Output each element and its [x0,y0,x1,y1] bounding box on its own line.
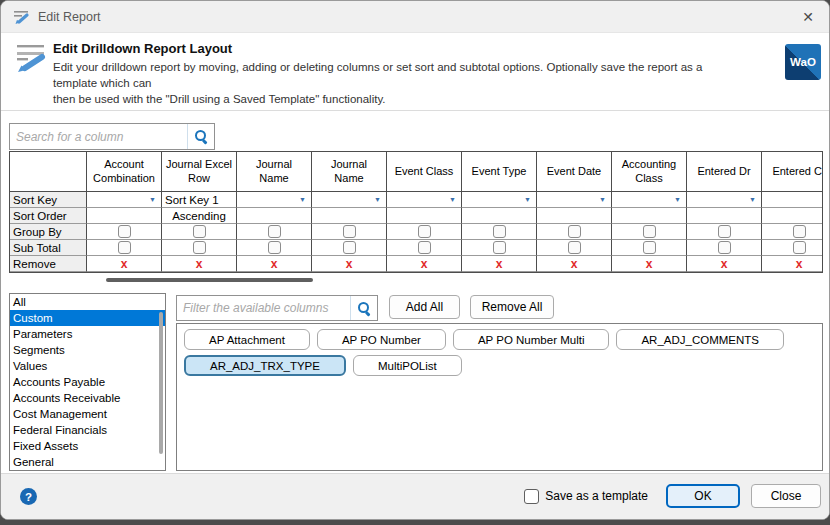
column-chip[interactable]: AR_ADJ_TRX_TYPE [184,355,346,376]
sub-total-checkbox[interactable] [193,241,206,254]
category-item[interactable]: Accounts Receivable [10,390,165,406]
sort-order-cell[interactable] [612,208,687,224]
listbox-scrollbar[interactable] [159,312,163,454]
column-chip[interactable]: AP PO Number [317,329,446,350]
category-item[interactable]: Segments [10,342,165,358]
remove-cell: x [762,256,823,272]
sort-key-dropdown[interactable]: ▼ [87,192,162,208]
remove-column-button[interactable]: x [721,258,728,270]
sort-order-cell[interactable] [687,208,762,224]
sort-key-dropdown[interactable]: ▼ [312,192,387,208]
remove-column-button[interactable]: x [796,258,803,270]
help-icon[interactable]: ? [20,488,37,505]
group-by-checkbox[interactable] [343,225,356,238]
edit-report-icon [13,9,30,25]
sort-key-value: Sort Key 1 [165,194,219,206]
sort-order-cell[interactable] [312,208,387,224]
group-by-checkbox[interactable] [568,225,581,238]
sub-total-checkbox[interactable] [493,241,506,254]
remove-column-button[interactable]: x [196,258,203,270]
remove-cell: x [162,256,237,272]
sort-key-dropdown[interactable]: Sort Key 1 [162,192,237,208]
edit-layout-icon [15,43,47,73]
category-item[interactable]: Federal Financials [10,422,165,438]
group-by-checkbox-cell [537,224,612,240]
remove-column-button[interactable]: x [346,258,353,270]
remove-column-button[interactable]: x [121,258,128,270]
search-icon [194,129,209,144]
sort-order-cell[interactable] [462,208,537,224]
ok-button[interactable]: OK [666,484,740,508]
group-by-checkbox[interactable] [793,225,806,238]
category-item[interactable]: Accounts Payable [10,374,165,390]
sort-order-cell[interactable] [387,208,462,224]
category-item[interactable]: Custom [10,310,165,326]
column-search-button[interactable] [187,124,214,149]
column-chip[interactable]: AP PO Number Multi [453,329,610,350]
group-by-checkbox[interactable] [418,225,431,238]
sub-total-checkbox[interactable] [118,241,131,254]
column-chip[interactable]: AR_ADJ_COMMENTS [616,329,784,350]
remove-column-button[interactable]: x [421,258,428,270]
category-item[interactable]: Fixed Assets [10,438,165,454]
sub-total-checkbox[interactable] [643,241,656,254]
close-button[interactable]: Close [751,484,821,508]
column-chip[interactable]: AP Attachment [184,329,310,350]
sub-total-checkbox[interactable] [568,241,581,254]
group-by-checkbox[interactable] [118,225,131,238]
group-by-checkbox[interactable] [268,225,281,238]
grid-row-label: Remove [10,256,87,272]
sub-total-checkbox-cell [462,240,537,256]
sort-key-dropdown[interactable]: ▼ [612,192,687,208]
column-chip[interactable]: MultiPOList [353,355,462,376]
sort-key-dropdown[interactable]: ▼ [387,192,462,208]
sort-key-dropdown[interactable] [762,192,823,208]
available-filter-button[interactable] [350,296,377,320]
category-item[interactable]: Values [10,358,165,374]
grid-horizontal-scrollbar[interactable] [106,278,313,282]
remove-column-button[interactable]: x [646,258,653,270]
edit-report-dialog: Edit Report ✕ Edit Drilldown Report Layo… [0,0,830,520]
column-search-input[interactable] [10,124,187,149]
category-item[interactable]: General [10,454,165,470]
remove-column-button[interactable]: x [496,258,503,270]
column-header: Entered Cr [762,152,823,192]
sort-order-cell[interactable] [537,208,612,224]
sub-total-checkbox[interactable] [343,241,356,254]
category-item[interactable]: Parameters [10,326,165,342]
sub-total-checkbox[interactable] [718,241,731,254]
chevron-down-icon: ▼ [524,196,531,203]
save-as-template-checkbox[interactable] [524,489,539,504]
sub-total-checkbox[interactable] [793,241,806,254]
chevron-down-icon: ▼ [149,196,156,203]
group-by-checkbox-cell [162,224,237,240]
close-icon[interactable]: ✕ [797,6,819,28]
sub-total-checkbox[interactable] [418,241,431,254]
footer-bar: ? Save as a template OK Close [1,473,829,519]
remove-column-button[interactable]: x [271,258,278,270]
remove-column-button[interactable]: x [571,258,578,270]
sort-key-dropdown[interactable]: ▼ [462,192,537,208]
group-by-checkbox-cell [87,224,162,240]
add-all-button[interactable]: Add All [389,295,460,319]
group-by-checkbox[interactable] [493,225,506,238]
group-by-checkbox-cell [612,224,687,240]
remove-cell: x [537,256,612,272]
sort-order-cell[interactable] [237,208,312,224]
remove-all-button[interactable]: Remove All [470,295,554,319]
sort-order-cell[interactable] [87,208,162,224]
category-item[interactable]: All [10,294,165,310]
group-by-checkbox[interactable] [643,225,656,238]
group-by-checkbox[interactable] [193,225,206,238]
available-filter-input[interactable] [177,296,350,320]
sort-key-dropdown[interactable]: ▼ [537,192,612,208]
sort-order-cell[interactable]: Ascending [162,208,237,224]
column-header: Journal Name [312,152,387,192]
sort-key-dropdown[interactable]: ▼ [237,192,312,208]
sort-order-cell[interactable] [762,208,823,224]
sort-key-dropdown[interactable]: ▼ [687,192,762,208]
group-by-checkbox[interactable] [718,225,731,238]
sub-total-checkbox[interactable] [268,241,281,254]
sort-order-value: Ascending [172,210,226,222]
category-item[interactable]: Cost Management [10,406,165,422]
